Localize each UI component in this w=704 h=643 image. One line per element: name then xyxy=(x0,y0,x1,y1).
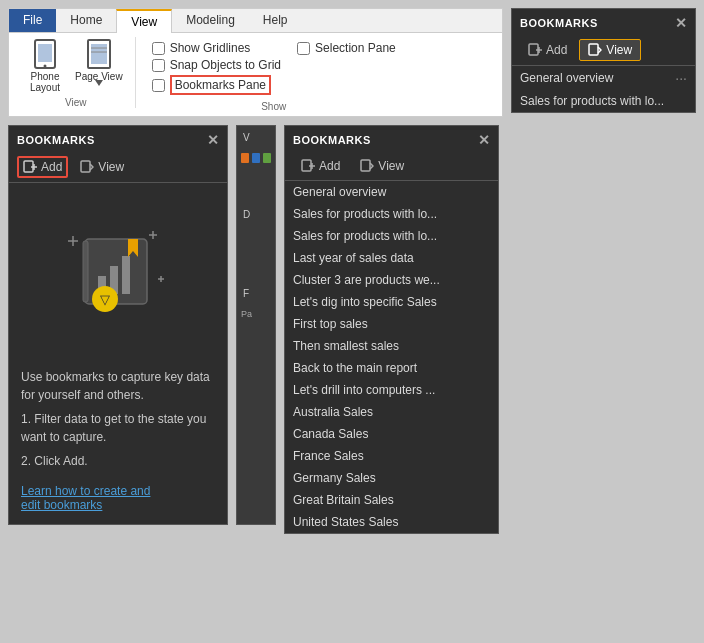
selection-pane-input[interactable] xyxy=(297,42,310,55)
bookmark-right-item-1[interactable]: Sales for products with lo... xyxy=(285,203,498,225)
snap-objects-label: Snap Objects to Grid xyxy=(170,58,281,72)
selection-pane-label: Selection Pane xyxy=(315,41,396,55)
bookmark-right-item-4[interactable]: Cluster 3 are products we... xyxy=(285,269,498,291)
bookmarks-left-add-label: Add xyxy=(41,160,62,174)
instruction-step1: 1. Filter data to get to the state you w… xyxy=(21,410,215,446)
bookmark-right-item-11[interactable]: Canada Sales xyxy=(285,423,498,445)
page-view-btn[interactable]: Page View xyxy=(71,37,127,88)
phone-layout-icon xyxy=(29,39,61,71)
bookmarks-top-add-label: Add xyxy=(546,43,567,57)
strip-label-v: V xyxy=(241,130,271,145)
bookmarks-left-view-label: View xyxy=(98,160,124,174)
instruction-step2: 2. Click Add. xyxy=(21,452,215,470)
bookmark-top-item-1-label: General overview xyxy=(520,71,613,85)
bookmarks-pane-checkbox-row[interactable]: Bookmarks Pane xyxy=(152,75,281,95)
bookmarks-top-title: BOOKMARKS xyxy=(520,17,598,29)
svg-rect-26 xyxy=(122,256,130,294)
svg-rect-15 xyxy=(81,161,90,172)
bookmarks-right-view-label: View xyxy=(378,159,404,173)
ribbon-group-show: Show Gridlines Snap Objects to Grid Book… xyxy=(144,37,404,112)
bookmarks-top-add-btn[interactable]: Add xyxy=(520,39,575,61)
ribbon-tabs: File Home View Modeling Help xyxy=(9,9,502,33)
bookmark-top-item-2-label: Sales for products with lo... xyxy=(520,94,664,108)
instruction-title: Use bookmarks to capture key data for yo… xyxy=(21,368,215,404)
bookmark-illustration: ▽ xyxy=(9,183,227,368)
show-gridlines-checkbox[interactable]: Show Gridlines xyxy=(152,41,281,55)
phone-layout-label: Phone xyxy=(31,71,60,82)
show-gridlines-input[interactable] xyxy=(152,42,165,55)
bookmarks-top-view-btn[interactable]: View xyxy=(579,39,641,61)
add-bookmark-icon-right xyxy=(301,159,315,173)
view-bookmark-icon-top xyxy=(588,43,602,57)
bookmarks-left-close[interactable]: ✕ xyxy=(207,132,220,148)
bookmark-right-item-15[interactable]: United States Sales xyxy=(285,511,498,533)
tab-help[interactable]: Help xyxy=(249,9,302,32)
view-group-label: View xyxy=(25,97,127,108)
bookmarks-right-title: BOOKMARKS xyxy=(293,134,371,146)
top-section: File Home View Modeling Help xyxy=(8,8,696,117)
bookmark-right-item-10[interactable]: Australia Sales xyxy=(285,401,498,423)
bookmarks-top-close[interactable]: ✕ xyxy=(675,15,688,31)
bookmarks-learn-link[interactable]: Learn how to create andedit bookmarks xyxy=(9,484,227,524)
selection-pane-checkbox[interactable]: Selection Pane xyxy=(297,41,396,55)
bookmark-right-item-14[interactable]: Great Britain Sales xyxy=(285,489,498,511)
svg-rect-4 xyxy=(91,44,107,64)
ribbon-group-view-content: Phone Layout Page View xyxy=(25,37,127,95)
bookmarks-panel-left: BOOKMARKS ✕ Add View xyxy=(8,125,228,525)
snap-objects-checkbox[interactable]: Snap Objects to Grid xyxy=(152,58,281,72)
learn-link-text: Learn how to create andedit bookmarks xyxy=(21,484,150,512)
add-bookmark-icon xyxy=(528,43,542,57)
right-checkboxes: Selection Pane xyxy=(297,37,396,99)
bookmarks-left-add-btn[interactable]: Add xyxy=(17,156,68,178)
bookmark-right-item-13[interactable]: Germany Sales xyxy=(285,467,498,489)
snap-objects-input[interactable] xyxy=(152,59,165,72)
bookmark-right-item-7[interactable]: Then smallest sales xyxy=(285,335,498,357)
bookmarks-left-actions: Add View xyxy=(9,154,227,183)
bookmark-top-item-1[interactable]: General overview ··· xyxy=(512,66,695,90)
bookmarks-right-header: BOOKMARKS ✕ xyxy=(285,126,498,154)
bookmark-right-item-3[interactable]: Last year of sales data xyxy=(285,247,498,269)
bookmark-right-item-2[interactable]: Sales for products with lo... xyxy=(285,225,498,247)
svg-marker-7 xyxy=(95,80,103,86)
bookmark-right-item-12[interactable]: France Sales xyxy=(285,445,498,467)
tab-home[interactable]: Home xyxy=(56,9,116,32)
svg-text:▽: ▽ xyxy=(100,292,110,307)
bookmark-top-item-1-dots[interactable]: ··· xyxy=(675,70,687,86)
bookmark-right-item-6[interactable]: First top sales xyxy=(285,313,498,335)
svg-point-2 xyxy=(44,65,47,68)
ribbon-body: Phone Layout Page View xyxy=(9,33,502,116)
bookmark-book-svg: ▽ xyxy=(63,221,173,331)
svg-rect-33 xyxy=(361,160,370,171)
bookmark-top-item-2[interactable]: Sales for products with lo... xyxy=(512,90,695,112)
bookmarks-right-view-btn[interactable]: View xyxy=(352,156,412,176)
bookmarks-left-view-btn[interactable]: View xyxy=(72,156,132,178)
tab-file[interactable]: File xyxy=(9,9,56,32)
bookmarks-left-header: BOOKMARKS ✕ xyxy=(9,126,227,154)
bookmark-right-item-8[interactable]: Back to the main report xyxy=(285,357,498,379)
phone-layout-sublabel: Layout xyxy=(30,82,60,93)
bookmarks-pane-input[interactable] xyxy=(152,79,165,92)
bookmarks-right-add-btn[interactable]: Add xyxy=(293,156,348,176)
bookmarks-left-title: BOOKMARKS xyxy=(17,134,95,146)
bookmarks-pane-label: Bookmarks Pane xyxy=(170,75,271,95)
add-bookmark-icon-left xyxy=(23,160,37,174)
strip-color-dots xyxy=(241,153,271,163)
middle-strip: V D F Pa xyxy=(236,125,276,525)
tab-modeling[interactable]: Modeling xyxy=(172,9,249,32)
bookmark-right-item-9[interactable]: Let's drill into computers ... xyxy=(285,379,498,401)
left-checkboxes: Show Gridlines Snap Objects to Grid Book… xyxy=(152,37,281,99)
tab-view[interactable]: View xyxy=(116,9,172,33)
view-bookmark-icon-right xyxy=(360,159,374,173)
strip-label-pa: Pa xyxy=(241,309,271,319)
ribbon-group-view: Phone Layout Page View xyxy=(17,37,136,108)
ribbon-group-show-content: Show Gridlines Snap Objects to Grid Book… xyxy=(152,37,396,99)
bookmarks-right-close[interactable]: ✕ xyxy=(478,132,491,148)
bottom-section: BOOKMARKS ✕ Add View xyxy=(8,125,696,534)
strip-label-f: F xyxy=(241,286,271,301)
bookmark-right-item-5[interactable]: Let's dig into specific Sales xyxy=(285,291,498,313)
bookmark-right-item-0[interactable]: General overview xyxy=(285,181,498,203)
bookmarks-top-actions: Add View xyxy=(512,37,695,66)
bookmarks-panel-top: BOOKMARKS ✕ Add View Gen xyxy=(511,8,696,113)
phone-layout-btn[interactable]: Phone Layout xyxy=(25,37,65,95)
show-group-label: Show xyxy=(152,101,396,112)
